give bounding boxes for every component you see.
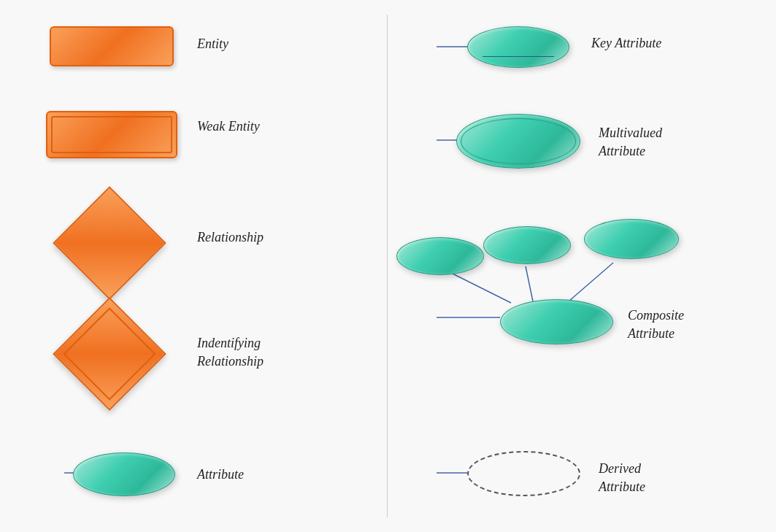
- composite-main-ellipse: [500, 299, 613, 344]
- key-attribute-label: Key Attribute: [591, 36, 661, 51]
- weak-entity-label: Weak Entity: [197, 119, 260, 134]
- derived-attribute-label: DerivedAttribute: [599, 460, 645, 496]
- multivalued-attribute-label: MultivaluedAttribute: [599, 124, 662, 161]
- identifying-relationship-label: IndentifyingRelationship: [197, 334, 264, 371]
- attribute-shape: [73, 452, 175, 496]
- svg-line-4: [445, 270, 511, 303]
- entity-label: Entity: [197, 36, 228, 52]
- svg-line-5: [526, 266, 533, 301]
- composite-child-ellipse-3: [584, 219, 679, 259]
- weak-entity-shape: [46, 111, 177, 158]
- identifying-relationship-shape: [53, 297, 166, 411]
- composite-attribute-label: CompositeAttribute: [628, 307, 684, 343]
- attribute-label: Attribute: [197, 467, 244, 482]
- svg-line-6: [569, 263, 613, 301]
- vertical-divider: [387, 15, 388, 517]
- composite-child-ellipse-1: [396, 237, 484, 275]
- multivalued-attribute-shape: [456, 114, 580, 169]
- key-attribute-shape: [467, 26, 569, 68]
- derived-attribute-shape: [467, 451, 580, 496]
- composite-child-ellipse-2: [483, 226, 571, 264]
- diagram-area: Entity Weak Entity Relationship Indentif…: [0, 0, 776, 532]
- relationship-label: Relationship: [197, 230, 264, 245]
- entity-shape: [50, 26, 174, 66]
- relationship-shape: [53, 186, 166, 300]
